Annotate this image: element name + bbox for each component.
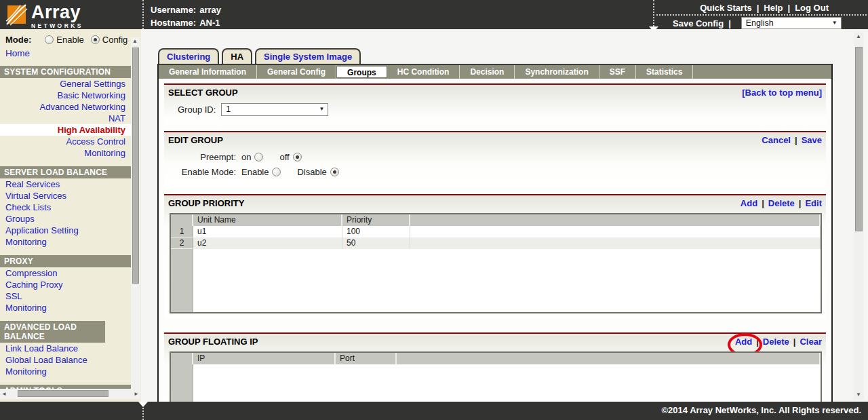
enable-mode-enable-radio[interactable] [272, 168, 281, 176]
preempt-on-radio[interactable] [254, 153, 263, 161]
subtab-decision[interactable]: Decision [460, 65, 515, 79]
sidebar-vertical-scrollbar[interactable]: ▲ ▼ [131, 37, 140, 397]
preempt-on-label: on [241, 152, 251, 162]
sidebar-item-check-lists[interactable]: Check Lists [0, 202, 131, 213]
sidebar-section-advanced-load-balance: ADVANCED LOAD BALANCE [0, 321, 105, 343]
tab-clustering[interactable]: Clustering [158, 48, 219, 64]
enable-mode-enable-label: Enable [241, 167, 269, 177]
sidebar-item-monitoring-sysconf[interactable]: Monitoring [0, 147, 131, 159]
sidebar-item-monitoring-slb[interactable]: Monitoring [0, 236, 131, 248]
group-id-value: 1 [226, 104, 231, 114]
save-link[interactable]: Save [802, 135, 822, 145]
sidebar-item-groups[interactable]: Groups [0, 213, 131, 225]
save-config-link[interactable]: Save Config [673, 18, 724, 28]
enable-mode-disable-radio[interactable] [330, 168, 339, 176]
scroll-right-icon[interactable]: ► [134, 391, 139, 398]
preempt-off-radio[interactable] [293, 153, 302, 161]
array-logo[interactable]: Array NETWORKS [5, 3, 83, 29]
subtab-groups[interactable]: Groups [336, 66, 387, 78]
priority-delete-link[interactable]: Delete [768, 198, 795, 208]
mode-config-radio[interactable] [91, 35, 100, 44]
sidebar-menu: Mode: Enable Config Home SYSTEM CONFIGUR… [0, 29, 131, 397]
scroll-up-icon[interactable]: ▲ [856, 33, 861, 40]
sidebar-item-access-control[interactable]: Access Control [0, 136, 131, 147]
floating-ip-add-link[interactable]: Add [735, 337, 752, 347]
table-row[interactable]: 2 u2 50 [171, 237, 821, 249]
sidebar-item-nat[interactable]: NAT [0, 113, 131, 124]
preempt-off-label: off [279, 152, 289, 162]
sidebar-item-advanced-networking[interactable]: Advanced Networking [0, 101, 131, 113]
preempt-on-option: on [241, 152, 263, 162]
subtab-synchronization[interactable]: Synchronization [515, 65, 599, 79]
application-window: Array NETWORKS Username:array Hostname:A… [0, 0, 868, 420]
scroll-left-icon[interactable]: ◄ [1, 391, 7, 398]
subtab-hc-condition[interactable]: HC Condition [387, 65, 460, 79]
main-vscroll-thumb[interactable] [855, 47, 863, 231]
username-value: array [199, 5, 221, 15]
sidebar-item-general-settings[interactable]: General Settings [0, 78, 131, 90]
select-group-section: SELECT GROUP [Back to top menu] Group ID… [164, 83, 826, 124]
subtab-general-information[interactable]: General Information [159, 65, 257, 79]
sidebar-item-virtual-services[interactable]: Virtual Services [0, 190, 131, 202]
copyright-text: ©2014 Array NetWorks, Inc. All Rights re… [662, 402, 862, 419]
rownum-column-strip [171, 364, 193, 402]
group-id-row: Group ID: 1 ▼ [178, 103, 823, 116]
sidebar-vscroll-thumb[interactable] [132, 47, 139, 284]
back-to-top-menu-link[interactable]: [Back to top menu] [742, 88, 822, 98]
sidebar-item-caching-proxy[interactable]: Caching Proxy [0, 279, 131, 290]
sidebar-item-high-availability[interactable]: High Availability [0, 124, 131, 136]
mode-selector: Mode: Enable Config [0, 29, 131, 47]
brand-subtitle: NETWORKS [31, 23, 83, 29]
tab-ha[interactable]: HA [222, 48, 252, 64]
username-label: Username: [151, 5, 196, 15]
main-vertical-scrollbar[interactable]: ▲ ▼ [854, 32, 864, 400]
sidebar-item-ssl[interactable]: SSL [0, 290, 131, 302]
scroll-up-icon[interactable]: ▲ [132, 38, 138, 45]
mode-enable-radio[interactable] [45, 35, 54, 44]
bottom-bar: ©2014 Array NetWorks, Inc. All Rights re… [0, 402, 868, 420]
rownum-column-strip [171, 249, 193, 312]
sidebar-item-application-setting[interactable]: Application Setting [0, 225, 131, 236]
quick-starts-link[interactable]: Quick Starts [700, 3, 752, 13]
table-header-row: Unit Name Priority [171, 214, 821, 226]
hostname-row: Hostname:AN-1 [151, 16, 221, 29]
subtab-ssf[interactable]: SSF [599, 65, 636, 79]
sidebar-item-monitoring-proxy[interactable]: Monitoring [0, 302, 131, 313]
header-port: Port [336, 353, 397, 364]
cancel-link[interactable]: Cancel [762, 135, 791, 145]
sidebar-hscroll-thumb[interactable] [18, 390, 108, 397]
enable-mode-enable-option: Enable [241, 167, 281, 177]
group-id-select[interactable]: 1 ▼ [221, 103, 328, 116]
sidebar-item-basic-networking[interactable]: Basic Networking [0, 90, 131, 101]
header-priority: Priority [342, 214, 410, 226]
sidebar-item-real-services[interactable]: Real Services [0, 178, 131, 190]
language-select[interactable]: English ▼ [741, 17, 842, 29]
tab-single-system-image[interactable]: Single System Image [255, 48, 361, 64]
language-selected-value: English [746, 18, 774, 28]
enable-mode-disable-option: Disable [297, 167, 338, 177]
sidebar-item-home[interactable]: Home [0, 47, 131, 58]
floating-ip-clear-link[interactable]: Clear [800, 337, 822, 347]
sidebar: Mode: Enable Config Home SYSTEM CONFIGUR… [0, 29, 141, 402]
logout-link[interactable]: Log Out [795, 3, 829, 13]
table-row[interactable]: 1 u1 100 [171, 226, 821, 237]
floating-ip-delete-link[interactable]: Delete [763, 337, 789, 347]
edit-group-section: EDIT GROUP Cancel|Save Preempt: on off [164, 131, 826, 187]
topbar-separator-left [142, 0, 144, 29]
sidebar-horizontal-scrollbar[interactable]: ◄ ► [0, 389, 140, 399]
sidebar-item-link-load-balance[interactable]: Link Load Balance [0, 343, 131, 354]
subtab-general-config[interactable]: General Config [257, 65, 336, 79]
rownum-cell: 1 [171, 226, 193, 237]
scroll-down-icon[interactable]: ▼ [856, 392, 861, 398]
spacer-cell [410, 237, 821, 249]
subtab-statistics[interactable]: Statistics [636, 65, 693, 79]
sidebar-item-global-load-balance[interactable]: Global Load Balance [0, 354, 131, 366]
sidebar-section-server-load-balance: SERVER LOAD BALANCE [0, 166, 131, 178]
priority-add-link[interactable]: Add [741, 198, 757, 208]
topbar-dotted-divider [656, 14, 867, 16]
sidebar-item-monitoring-alb[interactable]: Monitoring [0, 366, 131, 377]
unit-name-cell: u1 [193, 226, 342, 237]
help-link[interactable]: Help [764, 3, 783, 13]
priority-edit-link[interactable]: Edit [805, 198, 822, 208]
sidebar-item-compression[interactable]: Compression [0, 267, 131, 279]
